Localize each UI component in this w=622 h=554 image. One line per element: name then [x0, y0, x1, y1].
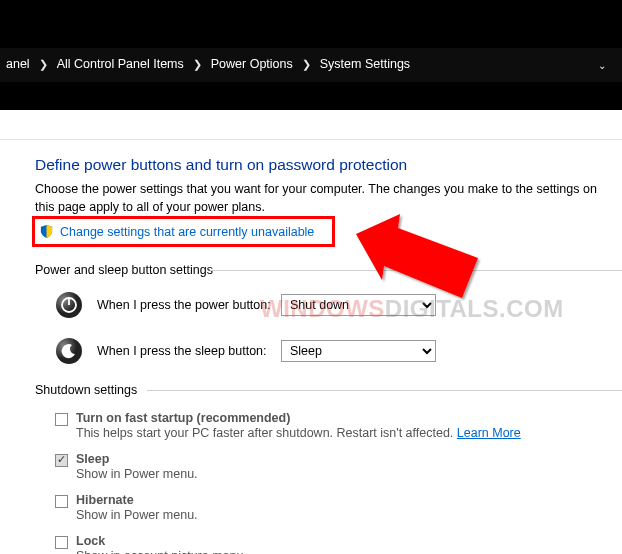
- breadcrumb-item[interactable]: System Settings: [318, 56, 412, 72]
- fast-startup-title: Turn on fast startup (recommended): [76, 411, 612, 425]
- lock-option: Lock Show in account picture menu.: [55, 534, 612, 554]
- page-title: Define power buttons and turn on passwor…: [35, 156, 612, 174]
- titlebar-area: [0, 0, 622, 48]
- main-content: Define power buttons and turn on passwor…: [0, 140, 622, 554]
- ribbon-area: [0, 82, 622, 110]
- breadcrumb[interactable]: anel ❯ All Control Panel Items ❯ Power O…: [0, 48, 622, 82]
- power-icon: [55, 291, 83, 319]
- change-settings-link[interactable]: Change settings that are currently unava…: [60, 225, 314, 239]
- chevron-right-icon: ❯: [39, 58, 48, 71]
- breadcrumb-item[interactable]: Power Options: [209, 56, 295, 72]
- sleep-checkbox[interactable]: [55, 454, 68, 467]
- sleep-button-row: When I press the sleep button: Sleep: [55, 337, 612, 365]
- chevron-right-icon: ❯: [302, 58, 311, 71]
- sleep-button-label: When I press the sleep button:: [97, 344, 281, 358]
- lock-checkbox[interactable]: [55, 536, 68, 549]
- change-settings-highlight: Change settings that are currently unava…: [32, 216, 335, 247]
- sleep-icon: [55, 337, 83, 365]
- learn-more-link[interactable]: Learn More: [457, 426, 521, 440]
- power-button-select[interactable]: Shut down: [281, 294, 436, 316]
- hibernate-option-sub: Show in Power menu.: [76, 508, 612, 522]
- breadcrumb-item[interactable]: anel: [4, 56, 32, 72]
- hibernate-option-title: Hibernate: [76, 493, 612, 507]
- fast-startup-sub: This helps start your PC faster after sh…: [76, 426, 612, 440]
- power-button-row: When I press the power button: Shut down: [55, 291, 612, 319]
- chevron-down-icon[interactable]: ⌄: [598, 60, 606, 71]
- sleep-option: Sleep Show in Power menu.: [55, 452, 612, 491]
- chevron-right-icon: ❯: [193, 58, 202, 71]
- section-heading-power-sleep: Power and sleep button settings: [35, 263, 612, 277]
- hibernate-option: Hibernate Show in Power menu.: [55, 493, 612, 532]
- sleep-button-select[interactable]: Sleep: [281, 340, 436, 362]
- shield-icon: [39, 224, 54, 239]
- breadcrumb-item[interactable]: All Control Panel Items: [55, 56, 186, 72]
- fast-startup-option: Turn on fast startup (recommended) This …: [55, 411, 612, 450]
- hibernate-checkbox[interactable]: [55, 495, 68, 508]
- spacer: [0, 110, 622, 140]
- sleep-option-sub: Show in Power menu.: [76, 467, 612, 481]
- page-description: Choose the power settings that you want …: [35, 180, 602, 216]
- power-button-label: When I press the power button:: [97, 298, 281, 312]
- lock-option-sub: Show in account picture menu.: [76, 549, 612, 554]
- section-heading-shutdown: Shutdown settings: [35, 383, 612, 397]
- fast-startup-checkbox[interactable]: [55, 413, 68, 426]
- sleep-option-title: Sleep: [76, 452, 612, 466]
- lock-option-title: Lock: [76, 534, 612, 548]
